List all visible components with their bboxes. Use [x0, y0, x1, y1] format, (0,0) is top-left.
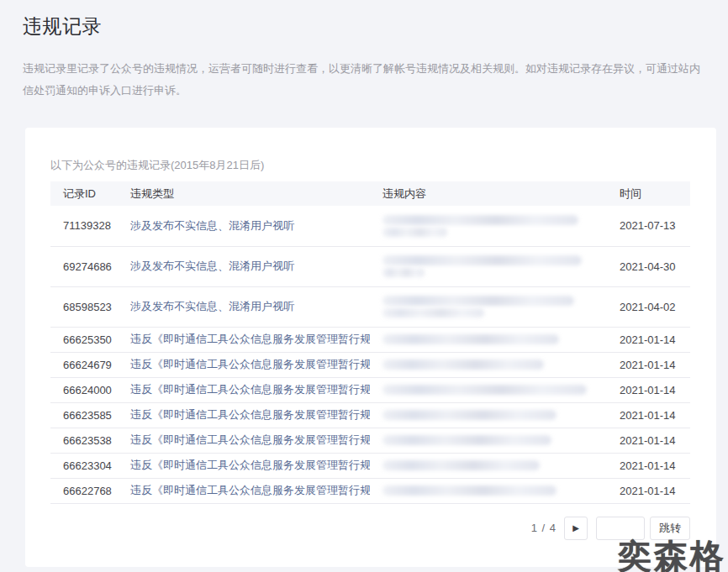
violation-type-link[interactable]: 违反《即时通信工具公众信息服务发展管理暂行规定》	[130, 484, 370, 496]
record-id-cell: 66624679	[50, 352, 118, 377]
table-row: 66625350 违反《即时通信工具公众信息服务发展管理暂行规定》 2021-0…	[50, 327, 690, 352]
record-time-cell: 2021-01-14	[607, 377, 690, 402]
record-id-cell: 68598523	[50, 286, 118, 327]
redacted-content	[382, 460, 540, 470]
violation-content-cell	[370, 478, 607, 503]
record-time-cell: 2021-01-14	[607, 478, 690, 503]
redacted-content	[382, 385, 587, 395]
record-id-cell: 66622768	[50, 478, 118, 503]
page-header: 违规记录 违规记录里记录了公众号的违规情况，运营者可随时进行查看，以更清晰了解帐…	[0, 0, 728, 102]
table-row: 69274686 涉及发布不实信息、混淆用户视听 2021-04-30	[50, 246, 690, 286]
record-id-cell: 66623585	[50, 402, 118, 428]
table-row: 68598523 涉及发布不实信息、混淆用户视听 2021-04-02	[50, 286, 690, 327]
violation-content-cell	[370, 206, 607, 246]
column-header-violation-type: 违规类型	[118, 181, 370, 206]
record-id-cell: 66623538	[50, 428, 118, 453]
table-row: 66622768 违反《即时通信工具公众信息服务发展管理暂行规定》 2021-0…	[50, 478, 690, 503]
record-time-cell: 2021-01-14	[607, 402, 690, 428]
violation-type-link[interactable]: 违反《即时通信工具公众信息服务发展管理暂行规定》	[130, 333, 370, 345]
next-page-button[interactable]: ▶	[564, 517, 588, 540]
record-time-cell: 2021-04-30	[607, 246, 690, 286]
next-page-icon: ▶	[572, 524, 579, 533]
redacted-content	[382, 268, 425, 277]
violation-content-cell	[370, 286, 607, 327]
violation-type-link[interactable]: 涉及发布不实信息、混淆用户视听	[130, 300, 294, 312]
column-header-time: 时间	[607, 181, 690, 206]
violation-records-table: 记录ID 违规类型 违规内容 时间 71139328 涉及发布不实信息、混淆用户…	[50, 181, 690, 504]
violation-type-link[interactable]: 涉及发布不实信息、混淆用户视听	[130, 260, 294, 272]
violation-type-link[interactable]: 违反《即时通信工具公众信息服务发展管理暂行规定》	[130, 358, 370, 370]
record-time-cell: 2021-01-14	[607, 453, 690, 478]
redacted-content	[382, 485, 557, 496]
redacted-content	[382, 435, 551, 445]
record-id-cell: 69274686	[50, 246, 118, 286]
table-caption: 以下为公众号的违规记录(2015年8月21日后)	[50, 158, 691, 173]
column-header-violation-content: 违规内容	[370, 181, 607, 206]
redacted-content	[382, 308, 484, 317]
record-time-cell: 2021-04-02	[607, 286, 690, 327]
record-id-cell: 66624000	[50, 377, 118, 402]
violation-type-link[interactable]: 违反《即时通信工具公众信息服务发展管理暂行规定》	[130, 408, 370, 421]
violation-type-link[interactable]: 涉及发布不实信息、混淆用户视听	[130, 219, 294, 232]
redacted-content	[382, 296, 574, 306]
page-description: 违规记录里记录了公众号的违规情况，运营者可随时进行查看，以更清晰了解帐号违规情况…	[23, 58, 705, 102]
table-row: 66624679 违反《即时通信工具公众信息服务发展管理暂行规定》 2021-0…	[50, 352, 690, 377]
redacted-content	[382, 255, 582, 265]
violation-type-link[interactable]: 违反《即时通信工具公众信息服务发展管理暂行规定》	[130, 459, 370, 471]
violation-content-cell	[370, 453, 607, 478]
table-row: 66624000 违反《即时通信工具公众信息服务发展管理暂行规定》 2021-0…	[50, 377, 690, 402]
table-header-row: 记录ID 违规类型 违规内容 时间	[50, 181, 690, 206]
page-indicator: 1 / 4	[531, 522, 557, 534]
redacted-content	[382, 410, 557, 420]
pagination: 1 / 4 ▶ 跳转	[50, 517, 690, 540]
violation-content-cell	[370, 377, 607, 402]
violation-content-cell	[370, 352, 607, 377]
record-id-cell: 66623304	[50, 453, 118, 478]
jump-button[interactable]: 跳转	[650, 517, 690, 540]
redacted-content	[382, 359, 544, 370]
violation-content-cell	[370, 327, 607, 352]
redacted-content	[382, 228, 447, 237]
table-row: 71139328 涉及发布不实信息、混淆用户视听 2021-07-13	[50, 206, 690, 246]
record-time-cell: 2021-01-14	[607, 352, 690, 377]
redacted-content	[382, 215, 578, 225]
page-jump-input[interactable]	[596, 517, 645, 540]
violation-type-link[interactable]: 违反《即时通信工具公众信息服务发展管理暂行规定》	[130, 383, 370, 396]
record-time-cell: 2021-01-14	[607, 428, 690, 453]
record-time-cell: 2021-01-14	[607, 327, 690, 352]
violation-type-link[interactable]: 违反《即时通信工具公众信息服务发展管理暂行规定》	[130, 433, 370, 446]
record-id-cell: 66625350	[50, 327, 118, 352]
record-id-cell: 71139328	[50, 206, 118, 246]
record-time-cell: 2021-07-13	[607, 206, 690, 246]
table-row: 66623304 违反《即时通信工具公众信息服务发展管理暂行规定》 2021-0…	[50, 453, 690, 478]
page-title: 违规记录	[23, 13, 705, 39]
records-card: 以下为公众号的违规记录(2015年8月21日后) 记录ID 违规类型 违规内容 …	[25, 128, 716, 567]
table-row: 66623585 违反《即时通信工具公众信息服务发展管理暂行规定》 2021-0…	[50, 402, 690, 428]
violation-content-cell	[370, 402, 607, 428]
violation-content-cell	[370, 428, 607, 453]
records-tbody: 71139328 涉及发布不实信息、混淆用户视听 2021-07-13 6927…	[50, 206, 690, 503]
column-header-record-id: 记录ID	[50, 181, 118, 206]
redacted-content	[382, 334, 559, 344]
table-row: 66623538 违反《即时通信工具公众信息服务发展管理暂行规定》 2021-0…	[50, 428, 690, 453]
violation-content-cell	[370, 246, 607, 286]
